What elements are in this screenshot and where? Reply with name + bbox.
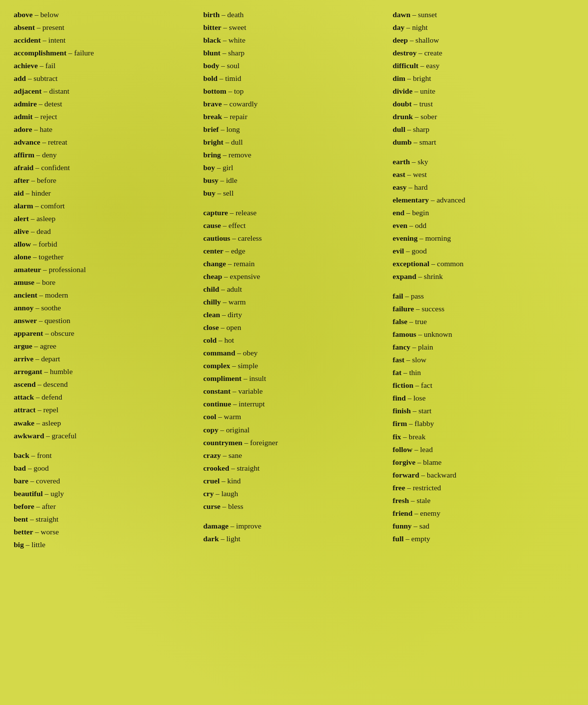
word: crazy [203, 451, 221, 459]
word: finish [392, 406, 411, 415]
separator: – [407, 317, 415, 326]
antonym: careless [238, 234, 262, 242]
word: evening [392, 234, 417, 242]
separator: – [216, 412, 224, 421]
word-pair: admit – reject [14, 111, 196, 123]
antonym: timid [225, 74, 241, 82]
word: follow [392, 445, 412, 453]
word: day [392, 23, 404, 31]
antonym: forbid [39, 240, 57, 248]
antonym: bright [413, 74, 431, 82]
separator: – [429, 196, 437, 204]
separator: – [37, 316, 45, 325]
separator: – [42, 367, 50, 376]
separator: – [401, 368, 409, 377]
word: bare [14, 477, 28, 485]
word: funny [392, 522, 412, 530]
word: evil [392, 247, 404, 255]
word-pair: difficult – easy [392, 60, 574, 72]
word: alarm [14, 201, 33, 210]
antonym: girl [222, 163, 233, 172]
word: buy [203, 189, 216, 197]
word: deep [392, 36, 408, 44]
separator: – [34, 393, 42, 401]
word-pair: copy – original [203, 424, 385, 436]
separator: – [33, 163, 41, 172]
word: afraid [14, 163, 33, 172]
word-pair: admire – detest [14, 98, 196, 110]
word: add [14, 74, 26, 82]
separator: – [230, 234, 238, 242]
word: bold [203, 74, 218, 82]
antonym: front [37, 451, 51, 459]
word: fix [392, 432, 401, 441]
word-pair: above – below [14, 9, 196, 21]
column-3: dawn – sunsetday – nightdeep – shallowde… [389, 9, 578, 552]
antonym: sad [419, 522, 430, 530]
word: blunt [203, 49, 220, 57]
antonym: simple [238, 361, 258, 370]
separator: – [40, 138, 48, 146]
word-pair: dawn – sunset [392, 9, 574, 21]
separator: – [31, 240, 39, 248]
word-pair: alone – together [14, 251, 196, 263]
antonym: before [37, 176, 56, 184]
word: cry [203, 489, 214, 498]
word-pair: exceptional – common [392, 258, 574, 270]
word: curse [203, 502, 220, 510]
word-pair: compliment – insult [203, 373, 385, 384]
word: constant [203, 387, 231, 395]
word: cautious [203, 234, 230, 242]
word-pair: fiction – fact [392, 379, 574, 391]
word: divide [392, 87, 412, 95]
antonym: repel [43, 405, 58, 414]
word-pair: free – restricted [392, 482, 574, 494]
separator: – [417, 234, 425, 242]
word-pair: end – begin [392, 207, 574, 219]
antonym: adult [227, 285, 242, 293]
antonym: graceful [52, 431, 77, 440]
word-pair: buy – sell [203, 187, 385, 199]
word-pair: destroy – create [392, 47, 574, 59]
separator: – [414, 304, 422, 313]
antonym: lead [420, 445, 433, 453]
word: awake [14, 419, 34, 427]
word: firm [392, 419, 407, 428]
word: expand [392, 272, 416, 280]
word-pair: fast – slow [392, 354, 574, 366]
antonym: original [226, 426, 249, 434]
word-pair: dumb – smart [392, 136, 574, 148]
separator: – [219, 323, 227, 331]
antonym: distant [49, 87, 69, 95]
word-pair: affirm – deny [14, 149, 196, 161]
separator: – [220, 310, 228, 319]
word-pair: dark – light [203, 533, 385, 545]
word: big [14, 540, 24, 549]
word-pair: expand – shrink [392, 271, 574, 282]
word-pair: amuse – bore [14, 277, 196, 288]
word-pair: before – after [14, 501, 196, 512]
word-pair: achieve – fail [14, 60, 196, 72]
separator: – [414, 381, 421, 389]
separator: – [214, 489, 221, 498]
antonym: sky [417, 157, 428, 166]
word-pair: ascend – descend [14, 378, 196, 390]
antonym: present [43, 23, 65, 31]
antonym: unknown [424, 330, 452, 338]
separator: – [407, 221, 415, 229]
word: dim [392, 74, 405, 82]
word-pair: chilly – warm [203, 296, 385, 308]
antonym: fail [46, 61, 56, 70]
word: fiction [392, 381, 413, 389]
separator: – [235, 349, 243, 357]
spacer [203, 200, 385, 207]
separator: – [34, 502, 42, 510]
antonym: slow [412, 355, 426, 364]
separator: – [221, 23, 229, 31]
separator: – [418, 61, 426, 70]
word-pair: birth – death [203, 9, 385, 21]
separator: – [243, 438, 250, 447]
antonym: below [40, 10, 59, 19]
word: destroy [392, 49, 416, 57]
antonym: depart [41, 354, 60, 363]
